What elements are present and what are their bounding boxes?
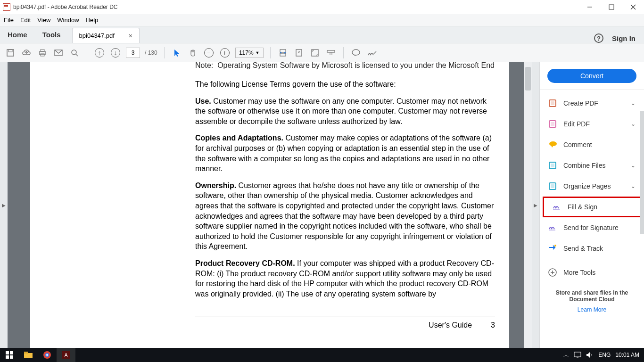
save-icon[interactable] <box>5 47 16 58</box>
svg-rect-15 <box>280 53 286 56</box>
tool-label: More Tools <box>563 269 595 276</box>
vertical-scrollbar[interactable] <box>524 62 532 348</box>
print-icon[interactable] <box>37 47 48 58</box>
tool-comment[interactable]: Comment <box>540 134 644 155</box>
tab-home[interactable]: Home <box>0 26 35 43</box>
explorer-icon[interactable] <box>19 348 38 362</box>
tool-create-pdf[interactable]: Create PDF⌄ <box>540 93 644 114</box>
tool-label: Create PDF <box>563 99 598 107</box>
doc-paragraph: Ownership. Customer agrees that he/she d… <box>195 181 495 252</box>
tool-icon <box>548 223 557 232</box>
svg-rect-1 <box>609 5 614 9</box>
svg-rect-43 <box>10 351 13 354</box>
read-mode-icon[interactable] <box>325 47 337 58</box>
tool-icon <box>553 203 561 211</box>
sign-icon[interactable] <box>366 47 378 58</box>
fit-width-icon[interactable] <box>277 47 289 58</box>
svg-rect-14 <box>280 49 286 52</box>
document-tab-label: bpi04347.pdf <box>79 32 115 39</box>
fit-page-icon[interactable] <box>293 47 305 58</box>
svg-point-50 <box>46 354 48 356</box>
svg-point-11 <box>72 50 76 55</box>
tabstrip: Home Tools bpi04347.pdf × ? Sign In <box>0 26 644 43</box>
pdf-file-icon <box>3 3 10 11</box>
svg-marker-30 <box>551 146 553 148</box>
sidepanel-scrollbar[interactable] <box>640 111 644 234</box>
zoom-level-select[interactable]: 117%▼ <box>235 48 264 58</box>
menu-view[interactable]: View <box>37 16 50 24</box>
fullscreen-icon[interactable] <box>309 47 321 58</box>
tab-tools[interactable]: Tools <box>35 26 68 43</box>
hand-icon[interactable] <box>187 47 198 58</box>
network-icon[interactable] <box>574 352 581 358</box>
menu-file[interactable]: File <box>4 16 14 24</box>
svg-rect-42 <box>6 351 9 354</box>
tool-organize-pages[interactable]: Organize Pages⌄ <box>540 176 644 197</box>
tool-send-track[interactable]: Send & Track <box>540 238 644 259</box>
tab-document[interactable]: bpi04347.pdf × <box>72 28 140 43</box>
tool-label: Comment <box>563 141 592 148</box>
tool-icon <box>548 244 557 253</box>
close-button[interactable] <box>622 0 644 14</box>
tool-label: Fill & Sign <box>568 203 597 211</box>
learn-more-link[interactable]: Learn More <box>540 304 644 315</box>
menu-window[interactable]: Window <box>57 16 79 24</box>
doc-paragraph: The following License Terms govern the u… <box>195 79 495 90</box>
svg-rect-28 <box>551 122 554 126</box>
document-viewport[interactable]: Note: Operating System Software by Micro… <box>8 62 532 348</box>
doc-paragraph: Use. Customer may use the software on an… <box>195 96 495 127</box>
pointer-icon[interactable] <box>171 47 182 58</box>
tool-label: Send for Signature <box>563 224 619 231</box>
svg-line-24 <box>373 51 376 54</box>
svg-marker-55 <box>586 352 590 358</box>
volume-icon[interactable] <box>586 352 594 358</box>
tool-fill-sign[interactable]: Fill & Sign <box>543 197 641 217</box>
tray-chevron-icon[interactable]: ︿ <box>563 351 569 359</box>
chrome-icon[interactable] <box>38 348 57 362</box>
svg-rect-47 <box>24 352 28 354</box>
svg-rect-46 <box>24 353 33 358</box>
right-panel-toggle[interactable]: ▶ <box>532 62 539 348</box>
help-icon[interactable]: ? <box>594 33 603 43</box>
tool-icon <box>548 161 557 170</box>
tool-icon <box>548 140 557 149</box>
language-indicator[interactable]: ENG <box>598 352 611 358</box>
zoom-out-icon[interactable]: − <box>203 47 215 58</box>
tool-more-tools[interactable]: More Tools <box>540 262 644 283</box>
tools-sidepanel: Convert Create PDF⌄Edit PDF⌄CommentCombi… <box>539 62 644 348</box>
svg-rect-53 <box>574 352 581 357</box>
tool-edit-pdf[interactable]: Edit PDF⌄ <box>540 114 644 134</box>
menu-edit[interactable]: Edit <box>20 16 31 24</box>
svg-line-12 <box>76 54 78 56</box>
menu-help[interactable]: Help <box>86 16 99 24</box>
sign-in-link[interactable]: Sign In <box>612 34 636 42</box>
mail-icon[interactable] <box>53 47 64 58</box>
maximize-button[interactable] <box>601 0 622 14</box>
search-icon[interactable] <box>69 47 80 58</box>
page-up-icon[interactable]: ↑ <box>94 47 105 58</box>
page-number-input[interactable] <box>126 48 140 58</box>
chevron-down-icon: ⌄ <box>631 121 636 127</box>
page-footer: User's Guide 3 <box>195 316 495 330</box>
chevron-down-icon: ⌄ <box>631 183 636 189</box>
clock[interactable]: 10:01 AM <box>615 352 639 358</box>
comment-icon[interactable] <box>350 47 362 58</box>
tool-send-for-signature[interactable]: Send for Signature <box>540 217 644 238</box>
left-panel-toggle[interactable]: ▶ <box>0 62 8 348</box>
convert-button[interactable]: Convert <box>547 69 636 83</box>
pdf-page: Note: Operating System Software by Micro… <box>30 62 509 348</box>
doc-paragraph: Product Recovery CD-ROM. If your compute… <box>195 258 495 299</box>
tool-icon <box>548 120 557 128</box>
close-tab-icon[interactable]: × <box>129 32 132 40</box>
main-area: ▶ Note: Operating System Software by Mic… <box>0 62 644 348</box>
page-down-icon[interactable]: ↓ <box>110 47 121 58</box>
minimize-button[interactable] <box>579 0 601 14</box>
start-button[interactable] <box>0 348 19 362</box>
svg-point-38 <box>554 245 556 247</box>
cloud-icon[interactable] <box>21 47 32 58</box>
chevron-down-icon: ⌄ <box>631 162 636 169</box>
zoom-in-icon[interactable]: + <box>219 47 231 58</box>
tool-combine-files[interactable]: Combine Files⌄ <box>540 155 644 176</box>
acrobat-icon[interactable]: A <box>57 348 75 362</box>
doc-paragraph: Copies and Adaptations. Customer may mak… <box>195 133 495 173</box>
